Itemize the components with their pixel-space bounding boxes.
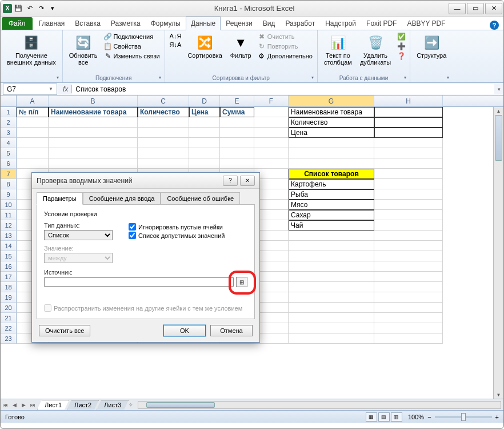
cell[interactable] xyxy=(138,128,189,138)
cell[interactable] xyxy=(289,303,374,313)
cell[interactable] xyxy=(289,261,374,272)
cell[interactable] xyxy=(374,313,443,323)
cell[interactable] xyxy=(289,241,374,251)
row-header[interactable]: 18 xyxy=(1,282,17,292)
row-header[interactable]: 21 xyxy=(1,313,17,323)
sort-button[interactable]: 🔀 Сортировка xyxy=(185,32,225,61)
cell[interactable] xyxy=(138,148,189,158)
clear-all-button[interactable]: Очистить все xyxy=(39,325,90,336)
cell[interactable] xyxy=(289,323,374,333)
ribbon-tab-рецензи[interactable]: Рецензи xyxy=(221,17,257,30)
ribbon-tab-главная[interactable]: Главная xyxy=(34,17,70,30)
cell[interactable] xyxy=(220,148,254,158)
row-header[interactable]: 11 xyxy=(1,210,17,220)
cell[interactable] xyxy=(49,138,138,148)
edit-links-button[interactable]: ✎Изменить связи xyxy=(103,51,161,61)
row-header[interactable]: 2 xyxy=(1,117,17,128)
cell[interactable] xyxy=(49,158,138,169)
zoom-in-button[interactable]: + xyxy=(495,414,499,420)
cell[interactable] xyxy=(374,272,443,282)
cell[interactable] xyxy=(220,138,254,148)
ribbon-tab-foxit pdf[interactable]: Foxit PDF xyxy=(361,17,402,30)
source-input[interactable] xyxy=(44,277,234,287)
col-header-C[interactable]: C xyxy=(138,96,189,106)
cell[interactable] xyxy=(374,107,443,117)
cell[interactable] xyxy=(374,251,443,261)
cell[interactable] xyxy=(374,323,443,333)
fx-icon[interactable]: fx xyxy=(59,85,72,93)
cell[interactable] xyxy=(49,128,138,138)
page-layout-button[interactable]: ▤ xyxy=(378,412,390,422)
row-header[interactable]: 22 xyxy=(1,323,17,333)
cell[interactable] xyxy=(17,117,49,128)
close-button[interactable]: ✕ xyxy=(485,3,502,14)
qat-more[interactable]: ▾ xyxy=(47,3,58,14)
cell[interactable] xyxy=(254,138,289,148)
cell[interactable] xyxy=(374,138,443,148)
cell[interactable] xyxy=(49,148,138,158)
cell[interactable] xyxy=(289,251,374,261)
dialog-titlebar[interactable]: Проверка вводимых значений ? ✕ xyxy=(32,173,259,189)
cell[interactable]: Список товаров xyxy=(289,169,374,179)
cell[interactable]: Мясо xyxy=(289,200,374,210)
cell[interactable] xyxy=(374,282,443,292)
ribbon-tab-данные[interactable]: Данные xyxy=(186,17,221,30)
sheet-tab[interactable]: Лист3 xyxy=(97,400,129,410)
cell[interactable] xyxy=(17,158,49,169)
scroll-down-icon[interactable]: ▼ xyxy=(494,391,503,399)
hscroll-thumb[interactable] xyxy=(146,402,215,408)
whatif-button[interactable]: ❓ xyxy=(396,51,406,61)
connections-button[interactable]: 🔗Подключения xyxy=(103,32,161,41)
cell[interactable] xyxy=(289,272,374,282)
ribbon-tab-надстрой[interactable]: Надстрой xyxy=(320,17,361,30)
get-external-data-button[interactable]: 🗄️ Получение внешних данных xyxy=(4,32,59,67)
row-header[interactable]: 1 xyxy=(1,107,17,117)
cell[interactable] xyxy=(17,148,49,158)
save-button[interactable]: 💾 xyxy=(13,3,23,14)
file-tab[interactable]: Файл xyxy=(2,17,33,30)
row-header[interactable]: 3 xyxy=(1,128,17,138)
cell[interactable]: Цена xyxy=(289,128,374,138)
col-header-B[interactable]: B xyxy=(49,96,138,106)
row-header[interactable]: 15 xyxy=(1,251,17,261)
cell[interactable] xyxy=(374,117,443,128)
cell[interactable] xyxy=(220,117,254,128)
cell[interactable] xyxy=(374,128,443,138)
cell[interactable] xyxy=(289,313,374,323)
outline-button[interactable]: ➡️ Структура xyxy=(414,32,449,61)
cell[interactable]: Количество xyxy=(138,107,189,117)
cell[interactable] xyxy=(374,333,443,344)
tab-nav-first[interactable]: ⏮ xyxy=(1,402,10,408)
cell[interactable] xyxy=(374,231,443,241)
ribbon-tab-формулы[interactable]: Формулы xyxy=(146,17,186,30)
sort-asc-button[interactable]: А↓Я xyxy=(169,32,183,40)
cell[interactable] xyxy=(17,128,49,138)
cell[interactable] xyxy=(374,220,443,231)
namebox-dropdown-icon[interactable]: ▼ xyxy=(49,86,53,92)
col-header-E[interactable]: E xyxy=(220,96,254,106)
in-cell-dropdown-checkbox[interactable] xyxy=(129,232,136,239)
reapply-filter-button[interactable]: ↻Повторить xyxy=(257,42,314,51)
cell[interactable] xyxy=(289,292,374,303)
row-header[interactable]: 17 xyxy=(1,272,17,282)
row-header[interactable]: 14 xyxy=(1,241,17,251)
dialog-help-button[interactable]: ? xyxy=(223,176,238,186)
row-header[interactable]: 6 xyxy=(1,158,17,169)
undo-button[interactable]: ↶ xyxy=(25,3,35,14)
normal-view-button[interactable]: ▦ xyxy=(366,412,377,422)
dialog-tab-error-alert[interactable]: Сообщение об ошибке xyxy=(161,192,240,204)
cell[interactable] xyxy=(254,128,289,138)
row-header[interactable]: 10 xyxy=(1,200,17,210)
cell[interactable]: Количество xyxy=(289,117,374,128)
filter-button[interactable]: ▼ Фильтр xyxy=(227,32,254,61)
cell[interactable]: № п/п xyxy=(17,107,49,117)
clear-filter-button[interactable]: ✖Очистить xyxy=(257,32,314,41)
cell[interactable] xyxy=(189,148,220,158)
properties-button[interactable]: 📋Свойства xyxy=(103,42,161,51)
row-header[interactable]: 4 xyxy=(1,138,17,148)
cell[interactable] xyxy=(374,200,443,210)
cell[interactable]: Сахар xyxy=(289,210,374,220)
cell[interactable] xyxy=(374,261,443,272)
cell[interactable]: Чай xyxy=(289,220,374,231)
cell[interactable] xyxy=(220,158,254,169)
